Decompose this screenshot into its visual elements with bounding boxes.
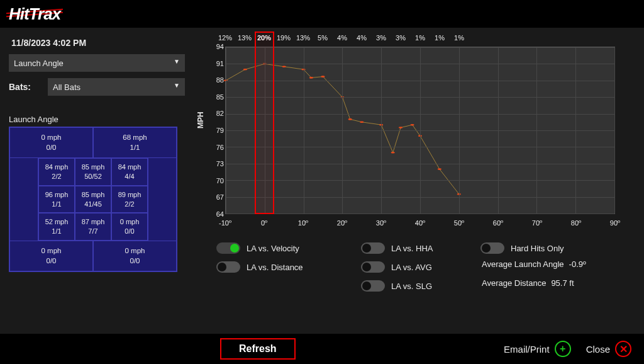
zone-inner-2[interactable]: 85 mph50/52 [75,158,111,186]
switch-icon [216,261,240,273]
bats-select[interactable]: All Bats [48,78,185,96]
highlight-box [255,31,274,214]
svg-point-5 [309,77,313,79]
close-button[interactable]: Close✕ [586,341,631,357]
switch-icon [361,242,385,254]
svg-point-1 [243,69,247,71]
zone-outer-left[interactable] [9,158,38,241]
toggle-la-distance[interactable]: LA vs. Distance [216,259,355,275]
switch-icon [216,242,240,254]
logo: HitTrax [9,4,60,24]
toggle-la-velocity[interactable]: LA vs. Velocity [216,241,355,256]
zone-inner-8[interactable]: 87 mph7/7 [75,213,111,241]
topbar: HitTrax [0,0,644,28]
zone-inner-5[interactable]: 85 mph41/45 [75,186,111,213]
left-panel: 11/8/2023 4:02 PM Launch Angle Bats: All… [9,34,185,330]
zone-inner-3[interactable]: 84 mph4/4 [111,158,148,186]
toggle-hard-hits[interactable]: Hard Hits Only [480,241,625,256]
switch-icon [361,280,385,292]
plus-icon: + [555,341,571,357]
chart: 12%13%20%19%13%5%4%4%3%3%1%1%1% MPH 6467… [197,34,625,229]
svg-point-6 [321,76,325,77]
svg-point-13 [411,124,414,126]
svg-point-15 [438,168,441,170]
toggle-la-slg[interactable]: LA vs. SLG [361,278,474,293]
strike-zone: 0 mph0/0 68 mph1/1 84 mph2/2 85 mph50/52… [9,127,177,272]
close-icon: ✕ [615,341,631,357]
zone-outer-br[interactable]: 0 mph0/0 [93,241,177,271]
y-ticks: 6467707376798285889194 [209,47,225,214]
switch-icon [361,261,385,273]
bats-label: Bats: [9,82,42,92]
switch-icon [480,242,504,254]
metric-select[interactable]: Launch Angle [9,54,185,72]
zone-outer-bl[interactable]: 0 mph0/0 [9,241,93,271]
zone-inner-1[interactable]: 84 mph2/2 [38,158,75,186]
stat-avg-dist: Average Distance95.7 ft [482,278,625,293]
toggle-la-avg[interactable]: LA vs. AVG [361,259,474,275]
svg-point-11 [391,152,395,154]
x-ticks: -10º0º10º20º30º40º50º60º70º80º90º [225,217,615,229]
zone-inner-4[interactable]: 96 mph1/1 [38,186,75,213]
email-print-button[interactable]: Email/Print+ [504,341,571,357]
plot-area [225,47,615,214]
zone-inner: 84 mph2/2 85 mph50/52 84 mph4/4 96 mph1/… [38,158,148,241]
right-panel: 12%13%20%19%13%5%4%4%3%3%1%1%1% MPH 6467… [197,34,635,330]
metric-select-wrap[interactable]: Launch Angle [9,54,185,72]
zone-outer-right[interactable] [148,158,177,241]
pct-labels: 12%13%20%19%13%5%4%4%3%3%1%1%1% [225,34,615,45]
svg-point-8 [348,118,352,120]
refresh-button[interactable]: Refresh [220,338,296,360]
zone-outer-tr[interactable]: 68 mph1/1 [93,127,177,158]
logo-text: HitTrax [9,4,60,23]
bats-select-wrap[interactable]: All Bats [48,78,185,96]
toggle-grid: LA vs. Velocity LA vs. HHA Hard Hits Onl… [216,241,635,293]
footer: Refresh Email/Print+ Close✕ [0,334,644,364]
zone-outer-tl[interactable]: 0 mph0/0 [9,127,93,158]
svg-point-12 [399,127,402,128]
stat-avg-la: Average Launch Angle-0.9º [482,259,625,275]
svg-point-3 [282,65,286,67]
y-axis-label: MPH [196,111,205,128]
svg-point-9 [360,121,364,123]
zone-inner-9[interactable]: 0 mph0/0 [111,213,148,241]
zone-title: Launch Angle [9,115,185,124]
zone-inner-6[interactable]: 89 mph2/2 [111,186,148,213]
toggle-la-hha[interactable]: LA vs. HHA [361,241,474,256]
zone-inner-7[interactable]: 52 mph1/1 [38,213,75,241]
timestamp: 11/8/2023 4:02 PM [9,34,185,54]
